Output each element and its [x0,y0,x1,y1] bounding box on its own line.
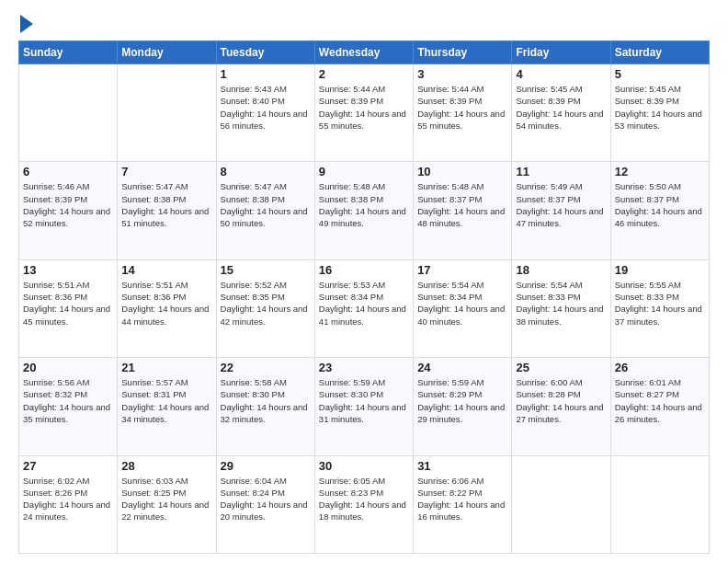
day-number: 16 [319,263,409,277]
day-info: Sunrise: 5:51 AMSunset: 8:36 PMDaylight:… [23,279,113,327]
day-info: Sunrise: 5:52 AMSunset: 8:35 PMDaylight:… [221,279,311,327]
day-info: Sunrise: 5:48 AMSunset: 8:38 PMDaylight:… [319,180,409,229]
logo-arrow-icon [20,15,33,33]
calendar-cell: 23Sunrise: 5:59 AMSunset: 8:30 PMDayligh… [314,358,413,455]
day-number: 21 [121,361,211,374]
weekday-header-wednesday: Wednesday [314,41,413,64]
calendar-cell: 8Sunrise: 5:47 AMSunset: 8:38 PMDaylight… [216,162,314,259]
day-number: 25 [516,361,606,374]
calendar-cell: 21Sunrise: 5:57 AMSunset: 8:31 PMDayligh… [118,358,216,455]
calendar-cell: 25Sunrise: 6:00 AMSunset: 8:28 PMDayligh… [512,358,610,455]
day-info: Sunrise: 5:45 AMSunset: 8:39 PMDaylight:… [615,83,705,132]
day-info: Sunrise: 5:47 AMSunset: 8:38 PMDaylight:… [121,180,211,229]
calendar-cell [118,64,216,162]
calendar-cell: 27Sunrise: 6:02 AMSunset: 8:26 PMDayligh… [19,455,118,553]
logo [18,15,33,33]
calendar-cell [610,455,709,553]
day-info: Sunrise: 5:58 AMSunset: 8:30 PMDaylight:… [221,376,311,425]
day-number: 24 [417,361,507,374]
calendar-table: SundayMondayTuesdayWednesdayThursdayFrid… [18,40,710,554]
day-number: 5 [615,67,705,81]
calendar-cell: 18Sunrise: 5:54 AMSunset: 8:33 PMDayligh… [512,259,610,357]
day-number: 31 [417,459,507,473]
calendar-week-3: 13Sunrise: 5:51 AMSunset: 8:36 PMDayligh… [19,259,710,357]
day-info: Sunrise: 5:55 AMSunset: 8:33 PMDaylight:… [615,279,705,327]
calendar-cell: 2Sunrise: 5:44 AMSunset: 8:39 PMDaylight… [314,64,413,162]
day-info: Sunrise: 6:05 AMSunset: 8:23 PMDaylight:… [319,475,409,523]
day-number: 26 [615,361,705,374]
calendar-cell: 11Sunrise: 5:49 AMSunset: 8:37 PMDayligh… [512,162,610,259]
calendar-week-4: 20Sunrise: 5:56 AMSunset: 8:32 PMDayligh… [19,358,710,455]
page-header [18,15,710,33]
day-number: 9 [319,165,409,178]
calendar-page: SundayMondayTuesdayWednesdayThursdayFrid… [0,0,728,563]
calendar-cell: 22Sunrise: 5:58 AMSunset: 8:30 PMDayligh… [216,358,314,455]
calendar-cell: 17Sunrise: 5:54 AMSunset: 8:34 PMDayligh… [414,259,512,357]
day-number: 3 [417,67,507,81]
calendar-week-1: 1Sunrise: 5:43 AMSunset: 8:40 PMDaylight… [19,64,710,162]
calendar-cell: 28Sunrise: 6:03 AMSunset: 8:25 PMDayligh… [118,455,216,553]
day-info: Sunrise: 5:54 AMSunset: 8:34 PMDaylight:… [417,279,507,327]
weekday-header-thursday: Thursday [414,41,512,64]
day-number: 20 [23,361,113,374]
day-number: 23 [319,361,409,374]
calendar-week-5: 27Sunrise: 6:02 AMSunset: 8:26 PMDayligh… [19,455,710,553]
day-info: Sunrise: 5:51 AMSunset: 8:36 PMDaylight:… [121,279,211,327]
day-info: Sunrise: 5:59 AMSunset: 8:29 PMDaylight:… [417,376,507,425]
calendar-cell: 16Sunrise: 5:53 AMSunset: 8:34 PMDayligh… [314,259,413,357]
day-info: Sunrise: 5:59 AMSunset: 8:30 PMDaylight:… [319,376,409,425]
calendar-cell [19,64,118,162]
day-info: Sunrise: 6:06 AMSunset: 8:22 PMDaylight:… [417,475,507,523]
calendar-cell [512,455,610,553]
day-info: Sunrise: 5:46 AMSunset: 8:39 PMDaylight:… [23,180,113,229]
day-number: 19 [615,263,705,277]
day-number: 18 [516,263,606,277]
day-info: Sunrise: 5:43 AMSunset: 8:40 PMDaylight:… [221,83,311,132]
calendar-cell: 26Sunrise: 6:01 AMSunset: 8:27 PMDayligh… [610,358,709,455]
day-number: 30 [319,459,409,473]
day-number: 7 [121,165,211,178]
calendar-cell: 29Sunrise: 6:04 AMSunset: 8:24 PMDayligh… [216,455,314,553]
day-number: 2 [319,67,409,81]
calendar-cell: 19Sunrise: 5:55 AMSunset: 8:33 PMDayligh… [610,259,709,357]
day-number: 13 [23,263,113,277]
calendar-cell: 24Sunrise: 5:59 AMSunset: 8:29 PMDayligh… [414,358,512,455]
day-number: 1 [221,67,311,81]
calendar-cell: 30Sunrise: 6:05 AMSunset: 8:23 PMDayligh… [314,455,413,553]
day-number: 14 [121,263,211,277]
day-number: 15 [221,263,311,277]
calendar-cell: 7Sunrise: 5:47 AMSunset: 8:38 PMDaylight… [118,162,216,259]
day-number: 17 [417,263,507,277]
day-info: Sunrise: 5:45 AMSunset: 8:39 PMDaylight:… [516,83,606,132]
day-info: Sunrise: 5:54 AMSunset: 8:33 PMDaylight:… [516,279,606,327]
day-info: Sunrise: 5:56 AMSunset: 8:32 PMDaylight:… [23,376,113,425]
calendar-cell: 5Sunrise: 5:45 AMSunset: 8:39 PMDaylight… [610,64,709,162]
calendar-cell: 31Sunrise: 6:06 AMSunset: 8:22 PMDayligh… [414,455,512,553]
day-number: 29 [221,459,311,473]
day-number: 27 [23,459,113,473]
day-info: Sunrise: 5:50 AMSunset: 8:37 PMDaylight:… [615,180,705,229]
day-info: Sunrise: 5:53 AMSunset: 8:34 PMDaylight:… [319,279,409,327]
day-number: 8 [221,165,311,178]
day-number: 11 [516,165,606,178]
day-number: 28 [121,459,211,473]
day-info: Sunrise: 5:48 AMSunset: 8:37 PMDaylight:… [417,180,507,229]
weekday-header-saturday: Saturday [610,41,709,64]
weekday-header-monday: Monday [118,41,216,64]
day-info: Sunrise: 5:44 AMSunset: 8:39 PMDaylight:… [417,83,507,132]
calendar-cell: 15Sunrise: 5:52 AMSunset: 8:35 PMDayligh… [216,259,314,357]
calendar-cell: 20Sunrise: 5:56 AMSunset: 8:32 PMDayligh… [19,358,118,455]
day-number: 12 [615,165,705,178]
day-info: Sunrise: 6:03 AMSunset: 8:25 PMDaylight:… [121,475,211,523]
calendar-week-2: 6Sunrise: 5:46 AMSunset: 8:39 PMDaylight… [19,162,710,259]
calendar-cell: 9Sunrise: 5:48 AMSunset: 8:38 PMDaylight… [314,162,413,259]
day-info: Sunrise: 6:02 AMSunset: 8:26 PMDaylight:… [23,475,113,523]
calendar-cell: 13Sunrise: 5:51 AMSunset: 8:36 PMDayligh… [19,259,118,357]
calendar-cell: 4Sunrise: 5:45 AMSunset: 8:39 PMDaylight… [512,64,610,162]
weekday-header-friday: Friday [512,41,610,64]
day-info: Sunrise: 6:04 AMSunset: 8:24 PMDaylight:… [221,475,311,523]
day-number: 22 [221,361,311,374]
calendar-cell: 14Sunrise: 5:51 AMSunset: 8:36 PMDayligh… [118,259,216,357]
day-info: Sunrise: 5:44 AMSunset: 8:39 PMDaylight:… [319,83,409,132]
day-info: Sunrise: 6:01 AMSunset: 8:27 PMDaylight:… [615,376,705,425]
